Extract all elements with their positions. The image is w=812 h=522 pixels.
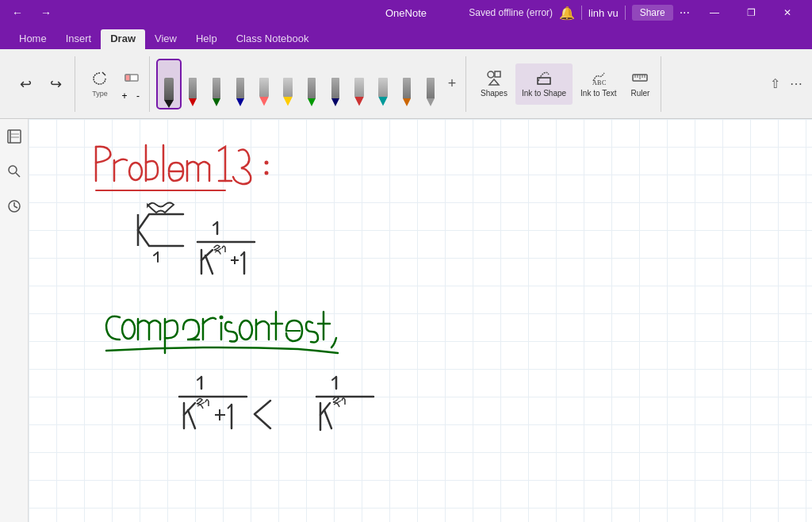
ink-to-shape-icon — [536, 70, 552, 86]
app-title: OneNote — [385, 7, 427, 19]
eraser-icon — [123, 68, 140, 86]
svg-text:C: C — [602, 79, 606, 86]
tab-view[interactable]: View — [145, 29, 186, 49]
selection-group: Type + - — [79, 56, 150, 112]
pen-gray[interactable] — [419, 60, 442, 108]
handwritten-notes — [29, 119, 812, 522]
pen-highlight-red2[interactable] — [348, 60, 370, 108]
eraser-size-up[interactable]: - — [132, 90, 144, 102]
svg-line-20 — [16, 173, 20, 177]
svg-point-19 — [9, 166, 17, 174]
pen-dark-blue[interactable] — [324, 60, 347, 108]
undo-button[interactable]: ↩ — [11, 63, 40, 105]
search-icon[interactable] — [3, 160, 25, 182]
svg-point-24 — [129, 163, 142, 180]
ink-to-text-button[interactable]: A B C Ink to Text — [574, 63, 622, 105]
pen-darkred[interactable] — [182, 60, 204, 108]
ink-to-text-label: Ink to Text — [580, 89, 616, 98]
pen-highlight-red[interactable] — [253, 60, 275, 108]
more-options-icon[interactable]: ··· — [680, 6, 690, 20]
tab-draw[interactable]: Draw — [101, 29, 145, 49]
pen-tools-container — [158, 60, 442, 108]
shapes-label: Shapes — [481, 89, 508, 98]
redo-button[interactable]: ↪ — [41, 63, 70, 105]
share-button[interactable]: Share — [632, 5, 673, 21]
tab-class-notebook[interactable]: Class Notebook — [227, 29, 319, 49]
save-status: Saved offline (error) — [469, 7, 553, 18]
canvas-area[interactable] — [29, 119, 812, 522]
pen-bright-green[interactable] — [301, 60, 323, 108]
minimize-button[interactable]: — — [696, 0, 733, 25]
ribbon-tabs: Home Insert Draw View Help Class Noteboo… — [0, 25, 812, 49]
redo-icon: ↪ — [50, 75, 62, 93]
user-name: linh vu — [588, 7, 619, 19]
pens-group: + — [153, 56, 466, 112]
back-button[interactable]: ← — [6, 2, 29, 24]
tab-insert[interactable]: Insert — [56, 29, 102, 49]
pen-blue[interactable] — [229, 60, 251, 108]
shapes-icon — [486, 70, 502, 86]
svg-rect-1 — [125, 75, 130, 81]
eraser-size-down[interactable]: + — [118, 90, 131, 102]
tab-help[interactable]: Help — [186, 29, 227, 49]
shapes-button[interactable]: Shapes — [474, 63, 514, 105]
tab-home[interactable]: Home — [10, 29, 56, 49]
svg-point-26 — [265, 161, 269, 165]
ink-to-shape-button[interactable]: Ink to Shape — [515, 63, 573, 105]
svg-line-23 — [14, 206, 17, 208]
add-pen-button[interactable]: + — [441, 73, 463, 95]
pen-orange[interactable] — [396, 60, 418, 108]
svg-point-32 — [122, 320, 135, 339]
eraser-button[interactable] — [121, 66, 143, 88]
lasso-select-button[interactable]: Type — [83, 63, 117, 105]
lasso-icon — [91, 71, 109, 88]
notifications-icon[interactable]: 🔔 — [559, 6, 575, 21]
ink-tools-group: Shapes Ink to Shape A B C Ink to Text — [469, 56, 661, 112]
notebooks-icon[interactable] — [3, 125, 25, 148]
pen-highlight-teal[interactable] — [372, 60, 394, 108]
svg-marker-4 — [489, 79, 499, 85]
expand-ribbon-button[interactable]: ⇧ — [767, 73, 783, 94]
maximize-button[interactable]: ❐ — [733, 0, 769, 25]
svg-point-35 — [239, 320, 252, 340]
svg-rect-3 — [495, 71, 500, 77]
ink-to-text-icon: A B C — [591, 70, 607, 86]
left-sidebar — [0, 119, 29, 522]
ink-to-shape-label: Ink to Shape — [522, 89, 566, 98]
svg-point-27 — [265, 171, 269, 175]
ribbon-right: ⇧ ⋯ — [767, 73, 806, 94]
undo-icon: ↩ — [20, 75, 32, 93]
forward-button[interactable]: → — [35, 2, 57, 24]
ruler-label: Ruler — [630, 89, 649, 98]
ruler-icon — [632, 70, 648, 86]
pen-black[interactable] — [158, 60, 180, 108]
svg-point-2 — [488, 71, 494, 78]
svg-point-34 — [220, 316, 224, 320]
pen-highlight-yellow[interactable] — [277, 60, 299, 108]
ruler-button[interactable]: Ruler — [624, 63, 656, 105]
undo-redo-group: ↩ ↪ — [6, 56, 75, 112]
more-ribbon-button[interactable]: ⋯ — [787, 73, 806, 94]
svg-text:B: B — [597, 79, 601, 86]
title-bar: ← → OneNote Saved offline (error) 🔔 linh… — [0, 0, 812, 25]
recent-icon[interactable] — [3, 195, 25, 217]
close-button[interactable]: ✕ — [769, 0, 806, 25]
ribbon-toolbar: ↩ ↪ Type + - — [0, 49, 812, 119]
pen-green[interactable] — [205, 60, 228, 108]
